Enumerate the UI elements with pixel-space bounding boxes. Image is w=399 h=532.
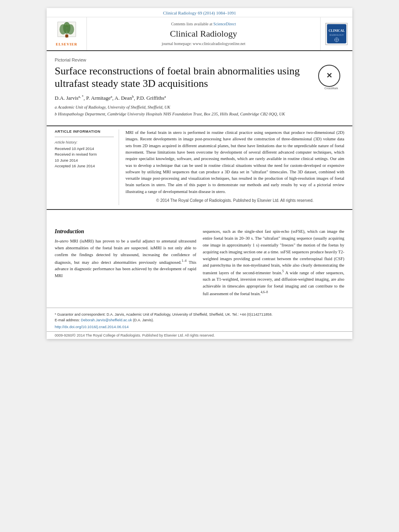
email-link[interactable]: Deborah.Jarvis@sheffield.ac.uk	[81, 318, 132, 322]
received-revised-date: 10 June 2014	[55, 158, 114, 163]
journal-header-center: Contents lists available at ScienceDirec…	[87, 17, 320, 50]
info-divider	[55, 137, 114, 137]
article-info-column: ARTICLE INFORMATION Article history: Rec…	[55, 129, 119, 205]
elsevier-logo-section: 🌳 ELSEVIER	[47, 17, 87, 50]
svg-point-5	[63, 22, 70, 34]
bottom-bar: 0009-9260/© 2014 The Royal College of Ra…	[47, 331, 352, 339]
affiliation-2: b Histopathology Department, Cambridge U…	[55, 111, 344, 117]
article-header: Pictorial Review Surface reconstructions…	[47, 51, 352, 125]
elsevier-tree-icon: 🌳	[55, 21, 79, 41]
issn-copyright: 0009-9260/© 2014 The Royal College of Ra…	[55, 333, 215, 337]
svg-text:RADIOLOGY: RADIOLOGY	[329, 34, 344, 36]
crossmark-badge: ✕ CrossMark	[318, 65, 344, 91]
intro-right-col: sequences, such as the single-shot fast …	[203, 228, 344, 300]
accepted-date: Accepted 16 June 2014	[55, 163, 114, 169]
intro-left-col: Introduction In-utero MRI (iuMRI) has pr…	[55, 228, 196, 300]
received-revised-label: Received in revised form	[55, 152, 114, 157]
article-type: Pictorial Review	[55, 58, 344, 62]
affiliations: a Academic Unit of Radiology, University…	[55, 104, 344, 118]
journal-title: Clinical Radiology	[170, 29, 237, 39]
received-date-1: Received 10 April 2014	[55, 146, 114, 152]
introduction-heading: Introduction	[55, 228, 196, 235]
footnote-guarantor: * Guarantor and correspondent: D.A. Jarv…	[55, 312, 344, 318]
introduction-section: Introduction In-utero MRI (iuMRI) has pr…	[47, 222, 352, 306]
abstract-section: ARTICLE INFORMATION Article history: Rec…	[47, 126, 352, 209]
svg-rect-6	[65, 35, 68, 37]
svg-text:CLINICAL: CLINICAL	[328, 29, 344, 33]
abstract-column: MRI of the foetal brain in utero is perf…	[125, 129, 344, 205]
journal-header: 🌳 ELSEVIER Contents lists available at S…	[47, 17, 352, 51]
page: Clinical Radiology 69 (2014) 1084–1091 🌳…	[47, 8, 352, 339]
intro-left-text: In-utero MRI (iuMRI) has proven to be a …	[55, 238, 196, 279]
doi-link[interactable]: http://dx.doi.org/10.1016/j.crad.2014.06…	[55, 325, 344, 329]
article-history-label: Article history:	[55, 140, 114, 144]
journal-logo-right: CLINICAL RADIOLOGY	[320, 17, 352, 50]
citation-bar: Clinical Radiology 69 (2014) 1084–1091	[47, 8, 352, 17]
affiliation-1: a Academic Unit of Radiology, University…	[55, 104, 344, 111]
citation-text: Clinical Radiology 69 (2014) 1084–1091	[163, 10, 236, 15]
elsevier-brand-text: ELSEVIER	[56, 42, 78, 46]
abstract-text: MRI of the foetal brain in utero is perf…	[125, 129, 344, 203]
footnote-email: E-mail address: Deborah.Jarvis@sheffield…	[55, 318, 344, 323]
journal-homepage: journal homepage: www.clinicalradiologyo…	[162, 41, 245, 46]
footnote-section: * Guarantor and correspondent: D.A. Jarv…	[47, 308, 352, 331]
sciencedirect-link[interactable]: ScienceDirect	[213, 22, 236, 26]
introduction-two-col: Introduction In-utero MRI (iuMRI) has pr…	[55, 228, 344, 300]
copyright-text: © 2014 The Royal College of Radiologists…	[125, 197, 344, 204]
crossmark-label: CrossMark	[318, 87, 344, 90]
crossmark-icon: ✕	[318, 65, 340, 87]
intro-right-text: sequences, such as the single-shot fast …	[203, 228, 344, 297]
article-info-heading: ARTICLE INFORMATION	[55, 129, 114, 134]
contents-line: Contents lists available at ScienceDirec…	[171, 22, 236, 26]
spacer	[47, 210, 352, 222]
journal-logo-image: CLINICAL RADIOLOGY	[325, 23, 348, 45]
authors-line: D.A. Jarvisa, *, P. Armitagea, A. Deanb,…	[55, 94, 344, 101]
article-title: Surface reconstructions of foetal brain …	[55, 65, 344, 90]
elsevier-logo: 🌳 ELSEVIER	[55, 21, 79, 46]
